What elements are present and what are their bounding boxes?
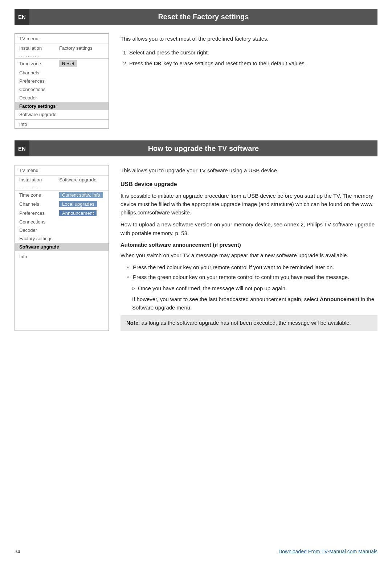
menu2-label-channels: Channels: [19, 201, 59, 207]
section2-lang-badge: EN: [15, 140, 29, 156]
section1-title: Reset the Factory settings: [29, 13, 377, 21]
menu-label-timezone: Time zone: [19, 61, 59, 66]
usb-title: USB device upgrade: [121, 180, 377, 189]
announcement-title: Automatic software announcement (if pres…: [121, 241, 377, 249]
menu-label-preferences: Preferences: [19, 78, 59, 84]
menu2-row-software-highlighted: Software upgrade: [15, 243, 109, 251]
menu-row-connections: Connections: [15, 85, 109, 94]
menu2-label-info: Info: [19, 254, 59, 259]
menu2-row-info: Info: [15, 252, 109, 261]
menu-row-preferences: Preferences: [15, 77, 109, 85]
menu2-row-timezone: Time zone Current softw. info: [15, 190, 109, 200]
announcement-title-suffix: (if present): [211, 242, 241, 248]
menu2-label-factory: Factory settings: [19, 236, 59, 241]
sub-bullet-extra: If however, you want to see the last bro…: [121, 295, 377, 312]
usb-para1: It is possible to initiate an upgrade pr…: [121, 192, 377, 217]
section2-content-row: TV menu Installation Software upgrade ..…: [15, 165, 377, 331]
section2-header: EN How to upgrade the TV software: [15, 140, 377, 156]
footer: 34 Downloaded From TV-Manual.com Manuals: [15, 549, 377, 554]
section2-menu-header: TV menu: [15, 165, 109, 176]
note-label-bold: Note: [126, 320, 138, 326]
menu2-label-software: Software upgrade: [19, 244, 59, 250]
menu-row-channels: Channels: [15, 69, 109, 77]
bullet2: Press the green colour key on your remot…: [127, 273, 377, 282]
menu-value-factory: Factory settings: [59, 45, 93, 51]
note-text: : as long as the software upgrade has no…: [138, 320, 351, 326]
menu2-value-announcement: Announcement: [59, 210, 97, 216]
menu-row-decoder: Decoder: [15, 94, 109, 102]
ok-bold: OK: [154, 60, 162, 66]
section2-title: How to upgrade the TV software: [29, 144, 377, 153]
usb-section: USB device upgrade It is possible to ini…: [121, 180, 377, 331]
menu-row-installation: Installation Factory settings: [15, 44, 109, 52]
menu2-row-decoder: Decoder: [15, 226, 109, 234]
section1-intro: This allows you to reset most of the pre…: [121, 35, 377, 43]
page-number: 34: [15, 549, 20, 554]
announcement-bold-title: Automatic software announcement: [121, 242, 211, 248]
bullets-list: Press the red colour key on your remote …: [121, 263, 377, 282]
download-link[interactable]: Downloaded From TV-Manual.com Manuals: [278, 549, 377, 554]
menu2-label-installation: Installation: [19, 177, 59, 182]
menu2-label-preferences: Preferences: [19, 210, 59, 216]
sub-bullets-list: Once you have confirmed, the message wil…: [121, 284, 377, 293]
menu-row-timezone: Time zone Reset: [15, 59, 109, 69]
menu2-value-software: Software upgrade: [59, 177, 97, 182]
menu-row-factory-highlighted: Factory settings: [15, 102, 109, 110]
menu-label-connections: Connections: [19, 87, 59, 92]
menu2-row-preferences: Preferences Announcement: [15, 209, 109, 218]
section1-step2: Press the OK key to erase settings and r…: [129, 59, 377, 68]
menu2-value-current: Current softw. info: [59, 192, 103, 198]
section1-right-content: This allows you to reset most of the pre…: [121, 33, 377, 129]
section1-menu-header: TV menu: [15, 34, 109, 44]
section1-tv-menu: TV menu Installation Factory settings ..…: [15, 33, 109, 129]
menu2-label-connections: Connections: [19, 219, 59, 225]
auto-intro: When you switch on your TV a message may…: [121, 251, 377, 259]
menu2-value-local: Local upgrades: [59, 201, 97, 207]
menu-label-decoder: Decoder: [19, 95, 59, 101]
menu2-row-channels: Channels Local upgrades: [15, 200, 109, 209]
section2: EN How to upgrade the TV software TV men…: [0, 140, 392, 331]
menu-label-info: Info: [19, 122, 59, 127]
section1-step1: Select and press the cursor right.: [129, 48, 377, 57]
menu2-label-decoder: Decoder: [19, 227, 59, 233]
note-box: Note: as long as the software upgrade ha…: [121, 315, 377, 331]
menu-label-factory: Factory settings: [19, 103, 59, 109]
menu2-row-factory: Factory settings: [15, 234, 109, 243]
page: EN Reset the Factory settings TV menu In…: [0, 0, 392, 566]
section1: EN Reset the Factory settings TV menu In…: [0, 0, 392, 129]
menu-row-separator: ............: [15, 52, 109, 59]
menu2-row-separator: ............: [15, 184, 109, 190]
menu-label-software-upgrade: Software upgrade: [19, 112, 59, 117]
menu2-label-timezone: Time zone: [19, 192, 59, 198]
section1-header: EN Reset the Factory settings: [15, 9, 377, 25]
menu2-row-installation: Installation Software upgrade: [15, 176, 109, 184]
menu-value-reset: Reset: [59, 60, 77, 67]
menu-row-software-upgrade: Software upgrade: [15, 110, 109, 119]
menu-row-info: Info: [15, 119, 109, 128]
bullet1: Press the red colour key on your remote …: [127, 263, 377, 272]
section2-tv-menu: TV menu Installation Software upgrade ..…: [15, 165, 109, 331]
menu-label-installation: Installation: [19, 45, 59, 51]
note-label: Note: as long as the software upgrade ha…: [126, 320, 351, 326]
section1-steps: Select and press the cursor right. Press…: [121, 48, 377, 68]
section2-right-content: This allows you to upgrade your TV softw…: [121, 165, 377, 331]
announcement-bold: Announcement: [320, 296, 359, 302]
lang-badge: EN: [15, 9, 29, 25]
sub-bullet1: Once you have confirmed, the message wil…: [132, 284, 377, 293]
menu2-row-connections: Connections: [15, 218, 109, 226]
section1-content-row: TV menu Installation Factory settings ..…: [15, 33, 377, 129]
usb-para2: How to upload a new software version on …: [121, 220, 377, 237]
menu-label-channels: Channels: [19, 70, 59, 75]
section2-intro: This allows you to upgrade your TV softw…: [121, 167, 377, 175]
